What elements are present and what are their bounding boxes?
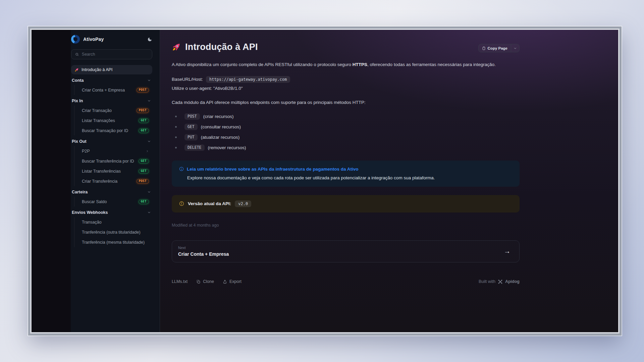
info-callout: Leia um relatório breve sobre as APIs da… [172,161,520,187]
sidebar-item-webhook-transferencia-mesma[interactable]: Tranferência (mesma titularidade) [74,237,152,247]
sidebar-item-label: Buscar Saldo [82,199,107,204]
http-methods-list: POST (criar recursos) GET (consultar rec… [172,111,520,153]
sidebar-section-envios-webhooks[interactable]: Envios Webhooks [71,207,152,217]
sidebar-section-conta[interactable]: Conta [71,75,152,85]
chevron-down-icon [147,210,151,214]
method-badge-get: GET [139,118,149,123]
rocket-icon [74,68,79,72]
chevron-down-icon [147,78,151,82]
sidebar-section-pix-out[interactable]: Pix Out [71,136,152,146]
baseurl-label: BaseURL/Host: [172,77,203,82]
sidebar-item-label: Buscar Transação por ID [82,128,128,133]
method-badge-get: GET [139,169,149,174]
sidebar-item-webhook-transferencia-outra[interactable]: Tranferência (outra titularidade) [74,227,152,237]
method-desc: (atualizar recursos) [201,135,240,140]
sidebar-item-label: Listar Transferências [82,169,121,174]
method-desc: (criar recursos) [203,114,234,119]
sidebar-item-criar-transferencia[interactable]: Criar Transferência POST [74,176,152,186]
app-window: AtivoPay Introdução à API Conta [28,26,622,336]
next-page-label: Criar Conta + Empresa [178,251,229,257]
nav-group-pix-in: Criar Transação POST Listar Transações G… [74,106,152,135]
brand-name: AtivoPay [83,37,104,42]
chevron-down-icon [147,99,151,103]
sidebar-item-buscar-transferencia-id[interactable]: Buscar Transferência por ID GET [74,156,152,166]
sidebar-item-label: Criar Conta + Empresa [82,88,125,93]
intro-paragraph: A Ativo disponibiliza um conjunto comple… [172,61,520,68]
sidebar-item-label: Tranferência (mesma titularidade) [82,240,145,245]
sidebar: AtivoPay Introdução à API Conta [32,30,160,332]
sidebar-item-listar-transacoes[interactable]: Listar Transações GET [74,116,152,125]
clone-label: Clone [203,279,214,284]
method-desc: (remover recursos) [208,145,246,150]
method-badge-post: POST [137,179,149,184]
sidebar-item-label: Introdução à API [82,67,112,72]
chevron-down-icon [147,139,151,143]
sidebar-item-label: Listar Transações [82,118,115,123]
nav-group-pix-out: P2P Buscar Transferência por ID GET List… [74,146,152,186]
method-badge-get: GET [139,128,149,133]
clone-icon [196,280,201,284]
chevron-down-icon [514,47,517,50]
method-code: PUT [184,134,198,140]
clone-button[interactable]: Clone [196,279,214,284]
llms-txt-label: LLMs.txt [172,279,187,284]
main-content: Introdução à API Copy Page A Ativo dispo… [160,30,618,332]
search-icon [75,52,79,57]
sidebar-item-label: Criar Transação [82,108,112,113]
search-box[interactable] [71,49,152,59]
rocket-icon [172,43,181,52]
export-button[interactable]: Export [223,279,241,284]
method-badge-post: POST [137,88,149,93]
moon-icon [147,37,152,42]
method-item-put: PUT (atualizar recursos) [172,132,520,142]
sidebar-item-buscar-saldo[interactable]: Buscar Saldo GET [74,197,152,206]
sidebar-item-label: P2P [82,149,90,154]
section-label: Pix Out [72,139,87,144]
sidebar-item-criar-transacao[interactable]: Criar Transação POST [74,106,152,115]
page-header: Introdução à API Copy Page [172,42,520,52]
sidebar-section-pix-in[interactable]: Pix In [71,96,152,106]
method-item-post: POST (criar recursos) [172,111,520,122]
sidebar-item-p2p[interactable]: P2P [74,146,152,156]
report-link[interactable]: Leia um relatório breve sobre as APIs da… [187,167,358,172]
search-input[interactable] [82,52,148,57]
method-badge-get: GET [139,199,149,204]
sidebar-item-listar-transferencias[interactable]: Listar Transferências GET [74,166,152,176]
sidebar-section-carteira[interactable]: Carteira [71,187,152,197]
copy-page-button[interactable]: Copy Page [478,44,520,52]
sidebar-item-webhook-transacao[interactable]: Transação [74,217,152,227]
nav-group-carteira: Buscar Saldo GET [74,197,152,206]
next-kicker: Next [178,246,229,250]
version-value: v2.0 [235,200,251,207]
clipboard-icon [482,46,486,50]
copy-page-dropdown[interactable] [511,44,519,52]
sidebar-item-criar-conta-empresa[interactable]: Criar Conta + Empresa POST [74,85,152,95]
builder-brand-label: Apidog [505,279,520,284]
warning-icon [179,201,184,206]
llms-txt-link[interactable]: LLMs.txt [172,279,187,284]
next-page-card[interactable]: Next Criar Conta + Empresa → [172,240,520,262]
method-item-delete: DELETE (remover recursos) [172,142,520,153]
sidebar-nav: Introdução à API Conta Criar Conta + Emp… [71,65,152,247]
built-with[interactable]: Built with Apidog [479,279,520,284]
brand-row: AtivoPay [71,34,152,44]
nav-group-envios-webhooks: Transação Tranferência (outra titularida… [74,217,152,247]
info-icon [179,167,184,171]
apidog-logo-icon [498,279,503,284]
sidebar-item-buscar-transacao-id[interactable]: Buscar Transação por ID GET [74,126,152,135]
built-with-label: Built with [479,279,495,284]
sidebar-item-label: Buscar Transferência por ID [82,159,134,164]
useragent-line: Utilize o user-agent: "AtivoB2B/1.0" [172,86,520,91]
sidebar-item-introducao-api[interactable]: Introdução à API [71,65,152,74]
dark-mode-toggle[interactable] [147,37,152,42]
sidebar-item-label: Transação [82,220,102,225]
method-badge-get: GET [139,159,149,164]
nav-group-conta: Criar Conta + Empresa POST [74,85,152,95]
section-label: Pix In [72,99,83,103]
export-icon [223,280,227,284]
chevron-right-icon [146,149,149,153]
method-code: POST [184,113,200,120]
section-label: Envios Webhooks [72,210,108,215]
section-label: Conta [72,78,84,83]
export-label: Export [229,279,241,284]
